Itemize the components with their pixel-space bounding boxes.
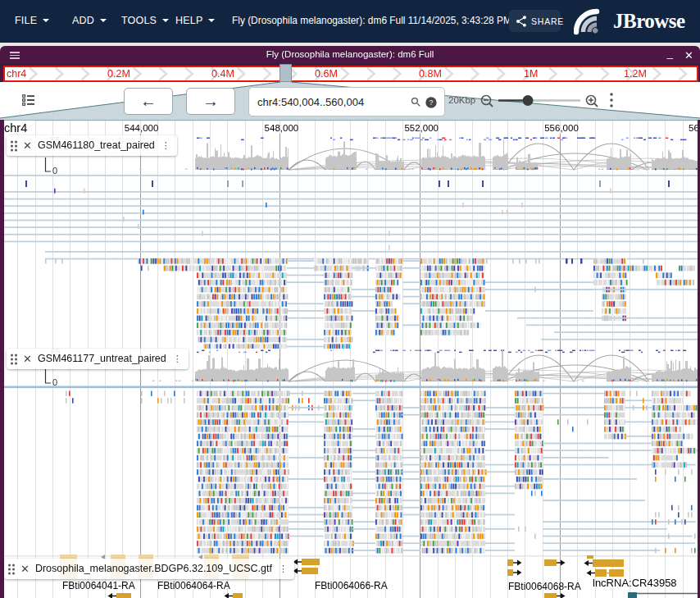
- svg-text:?: ?: [430, 98, 434, 107]
